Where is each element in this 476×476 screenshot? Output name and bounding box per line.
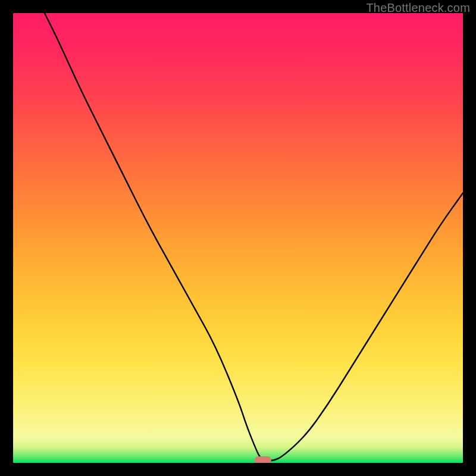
curve-path [45,13,463,461]
optimum-marker [255,456,271,463]
bottleneck-curve [13,13,463,463]
plot-area [13,13,463,463]
attribution-label: TheBottleneck.com [366,1,470,15]
chart-frame: TheBottleneck.com [0,0,476,476]
